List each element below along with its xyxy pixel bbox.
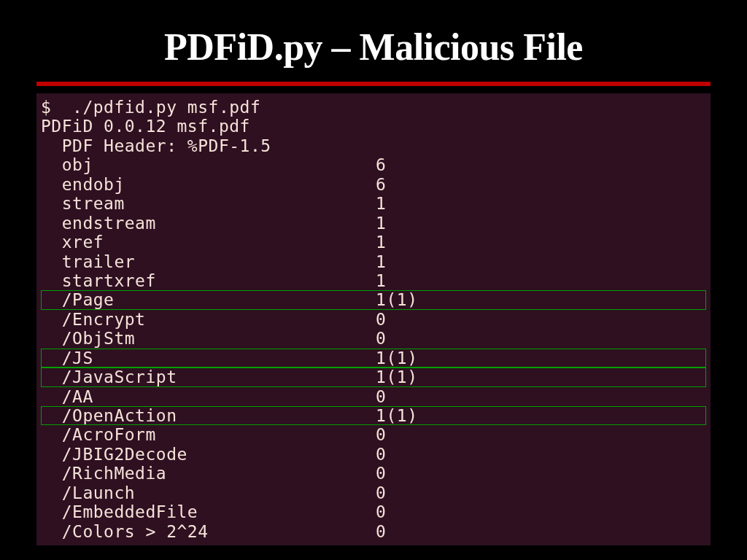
terminal-row: /Page 1(1) [41,290,706,309]
terminal-row: /AA 0 [41,387,706,406]
terminal-row-key: endstream [41,214,376,233]
terminal-row: endobj 6 [41,175,706,194]
terminal-row-key: /Encrypt [41,310,376,329]
terminal-row-value: 1 [376,194,386,213]
terminal-row: endstream 1 [41,214,706,233]
terminal-row-value: 0 [376,502,386,521]
horizontal-rule [36,82,711,86]
terminal-row-value: 0 [376,445,386,464]
terminal-row-key: /JS [41,349,376,368]
terminal-row-key: endobj [41,175,376,194]
terminal-row-value: 1(1) [376,349,417,368]
terminal-row-key: /ObjStm [41,329,376,348]
terminal-row-value: 1 [376,271,386,290]
terminal-header-line: PDFiD 0.0.12 msf.pdf [41,117,706,136]
terminal-row-key: /EmbeddedFile [41,502,376,521]
terminal-row-value: 6 [376,175,386,194]
terminal-row-key: /Page [41,290,376,309]
terminal-row-value: 0 [376,387,386,406]
terminal-row: /RichMedia 0 [41,464,706,483]
terminal-header-line: PDF Header: %PDF-1.5 [41,136,706,155]
terminal-row-key: /OpenAction [41,406,376,425]
terminal-row-key: /AA [41,387,376,406]
terminal-row-value: 0 [376,329,386,348]
terminal-row-value: 1 [376,214,386,233]
terminal-row-key: /AcroForm [41,425,376,444]
terminal-row-value: 1(1) [376,368,417,386]
terminal-row-value: 0 [376,310,386,329]
terminal-row: /JBIG2Decode 0 [41,445,706,464]
terminal-row: stream 1 [41,194,706,213]
terminal-row-key: startxref [41,271,376,290]
terminal-row: xref 1 [41,233,706,252]
terminal-output: $ ./pdfid.py msf.pdfPDFiD 0.0.12 msf.pdf… [36,93,711,545]
terminal-row: /EmbeddedFile 0 [41,502,706,521]
terminal-row-value: 1 [376,252,386,271]
terminal-row-key: stream [41,194,376,213]
slide-title: PDFiD.py – Malicious File [36,26,711,69]
terminal-row-value: 6 [376,155,386,174]
terminal-row-value: 1(1) [376,290,417,309]
terminal-row: /JS 1(1) [41,349,706,368]
terminal-row-key: /Colors > 2^24 [41,522,376,541]
terminal-row-value: 1 [376,233,386,252]
terminal-row: trailer 1 [41,252,706,271]
terminal-row-key: xref [41,233,376,252]
terminal-row-key: /JavaScript [41,368,376,386]
terminal-row-value: 0 [376,483,386,502]
terminal-row: obj 6 [41,155,706,174]
terminal-row: startxref 1 [41,271,706,290]
terminal-row: /Encrypt 0 [41,310,706,329]
terminal-row-key: /JBIG2Decode [41,445,376,464]
terminal-row-key: /Launch [41,483,376,502]
terminal-row-key: trailer [41,252,376,271]
terminal-row-value: 0 [376,425,386,444]
terminal-row: /JavaScript 1(1) [41,368,706,386]
terminal-header-line: $ ./pdfid.py msf.pdf [41,98,706,117]
terminal-row: /ObjStm 0 [41,329,706,348]
terminal-row-key: /RichMedia [41,464,376,483]
terminal-row: /OpenAction 1(1) [41,406,706,425]
terminal-row: /Launch 0 [41,483,706,502]
terminal-row: /Colors > 2^24 0 [41,522,706,541]
terminal-row-value: 0 [376,522,386,541]
terminal-row: /AcroForm 0 [41,425,706,444]
terminal-row-value: 0 [376,464,386,483]
terminal-row-value: 1(1) [376,406,417,425]
terminal-row-key: obj [41,155,376,174]
